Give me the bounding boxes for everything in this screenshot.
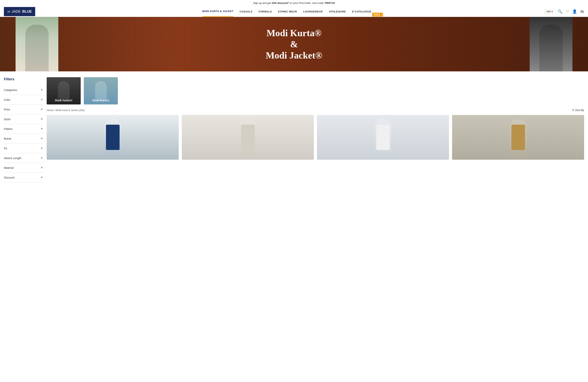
logo-icon: ∞	[7, 9, 10, 14]
filter-categories-label: Categories	[4, 88, 17, 92]
filter-brand-label: Brand	[4, 137, 11, 140]
filter-pattern[interactable]: Pattern +	[4, 124, 43, 134]
breadcrumb-separator: /	[54, 109, 55, 112]
filter-sizes[interactable]: Sizes +	[4, 114, 43, 124]
filter-color-expand: +	[41, 98, 43, 102]
filter-price-expand: +	[41, 107, 43, 111]
sale-badge: SALE	[372, 13, 383, 17]
nav-item-modi-kurta[interactable]: MODI KURTA & JACKET	[202, 10, 233, 17]
filter-sleeve-length-expand: +	[41, 156, 43, 160]
nav-item-ecatalogue[interactable]: E-CATALOGUE	[352, 10, 371, 17]
account-icon[interactable]: 👤	[572, 9, 577, 14]
header-actions: INR ▾ 🔍 ♡ 👤 🛍	[545, 9, 584, 14]
logo-text-blue: BLUE	[22, 10, 32, 14]
main-content: Filters Categories + Color + Price + Siz…	[0, 71, 588, 188]
currency-selector[interactable]: INR ▾	[545, 9, 555, 14]
filter-brand[interactable]: Brand +	[4, 134, 43, 144]
nav-item-ethnic-wear[interactable]: ETHNIC WEAR	[278, 10, 297, 17]
filter-color[interactable]: Color +	[4, 95, 43, 105]
header: ∞ JADE BLUE MODI KURTA & JACKET CASUALS …	[0, 6, 588, 17]
chevron-down-icon: ▾	[551, 10, 553, 13]
sort-by-button[interactable]: ≡ Sort By	[572, 108, 584, 112]
filter-brand-expand: +	[41, 137, 43, 141]
hero-text: Modi Kurta® & Modi Jacket®	[266, 27, 322, 61]
breadcrumb-current: Modi Kurta & Jacket (282)	[56, 109, 85, 112]
search-icon[interactable]: 🔍	[558, 9, 563, 14]
filter-pattern-expand: +	[41, 127, 43, 131]
category-card-bg-dark: Modi Jacket®	[47, 77, 81, 105]
filter-categories[interactable]: Categories +	[4, 85, 43, 95]
category-card-bg-light: Modi Kurta®	[84, 77, 118, 105]
wishlist-icon[interactable]: ♡	[566, 9, 569, 14]
product-card-image-4	[452, 115, 584, 160]
breadcrumb-home[interactable]: Home	[47, 109, 53, 112]
filter-material[interactable]: Material +	[4, 163, 43, 173]
filter-fit-label: Fit	[4, 147, 7, 150]
category-card-label-kurta: Modi Kurta®	[84, 99, 118, 102]
hero-title-line3: Modi Jacket®	[266, 50, 322, 61]
announcement-text: Sign up and get 10% discount* on your Fi…	[253, 1, 335, 4]
filter-color-label: Color	[4, 98, 10, 101]
sort-icon: ≡	[572, 108, 574, 112]
category-card-modi-kurta[interactable]: Modi Kurta®	[84, 77, 118, 105]
filters-title: Filters	[4, 77, 43, 81]
nav-item-formals[interactable]: FORMALS	[259, 10, 272, 17]
hero-man-right	[530, 17, 572, 71]
filter-sizes-label: Sizes	[4, 118, 10, 121]
filter-sizes-expand: +	[41, 117, 43, 121]
nav-item-loungewear[interactable]: LOUNGEWEAR	[303, 10, 323, 17]
announcement-bar: Sign up and get 10% discount* on your Fi…	[0, 0, 588, 6]
hero-man-left	[16, 17, 58, 71]
breadcrumb: Home / Modi Kurta & Jacket (282)	[47, 109, 85, 112]
filters-sidebar: Filters Categories + Color + Price + Siz…	[4, 77, 47, 182]
product-card-image-3	[317, 115, 449, 160]
logo[interactable]: ∞ JADE BLUE	[4, 7, 35, 16]
man-left-silhouette	[25, 25, 49, 71]
filter-material-label: Material	[4, 166, 14, 170]
filter-pattern-label: Pattern	[4, 127, 13, 130]
filter-discount-expand: +	[41, 175, 43, 180]
product-card-2[interactable]	[182, 115, 314, 160]
hero-title-line1: Modi Kurta®	[267, 28, 322, 38]
product-card-3[interactable]	[317, 115, 449, 160]
breadcrumb-sort: Home / Modi Kurta & Jacket (282) ≡ Sort …	[47, 108, 584, 112]
product-grid	[47, 115, 584, 160]
filter-discount-label: Discount	[4, 176, 14, 179]
filter-price-label: Price	[4, 108, 10, 111]
product-card-1[interactable]	[47, 115, 179, 160]
filter-material-expand: +	[41, 166, 43, 170]
nav-item-athleisure[interactable]: ATHLEISURE	[329, 10, 346, 17]
category-card-modi-jacket[interactable]: Modi Jacket®	[47, 77, 81, 105]
currency-label: INR	[546, 10, 551, 13]
filter-discount[interactable]: Discount +	[4, 173, 43, 182]
product-card-image-1	[47, 115, 179, 160]
logo-text-jade: JADE	[12, 10, 21, 14]
filter-sleeve-length[interactable]: Sleeve Length +	[4, 153, 43, 163]
man-right-silhouette	[539, 25, 563, 71]
category-card-label-jacket: Modi Jacket®	[47, 99, 81, 102]
products-section: Modi Jacket® Modi Kurta® Home / Modi Kur…	[47, 77, 584, 182]
filter-categories-expand: +	[41, 88, 43, 92]
product-card-4[interactable]	[452, 115, 584, 160]
category-cards: Modi Jacket® Modi Kurta®	[47, 77, 584, 105]
main-nav: MODI KURTA & JACKET CASUALS FORMALS ETHN…	[35, 6, 545, 17]
filter-fit-expand: +	[41, 146, 43, 150]
cart-icon[interactable]: 🛍	[580, 9, 584, 14]
filter-sleeve-length-label: Sleeve Length	[4, 157, 21, 160]
sort-by-label: Sort By	[575, 108, 584, 112]
nav-item-casuals[interactable]: CASUALS	[240, 10, 252, 17]
filter-price[interactable]: Price +	[4, 105, 43, 114]
hero-banner: Modi Kurta® & Modi Jacket®	[0, 17, 588, 71]
hero-title-line2: &	[290, 39, 298, 49]
product-card-image-2	[182, 115, 314, 160]
filter-fit[interactable]: Fit +	[4, 144, 43, 153]
